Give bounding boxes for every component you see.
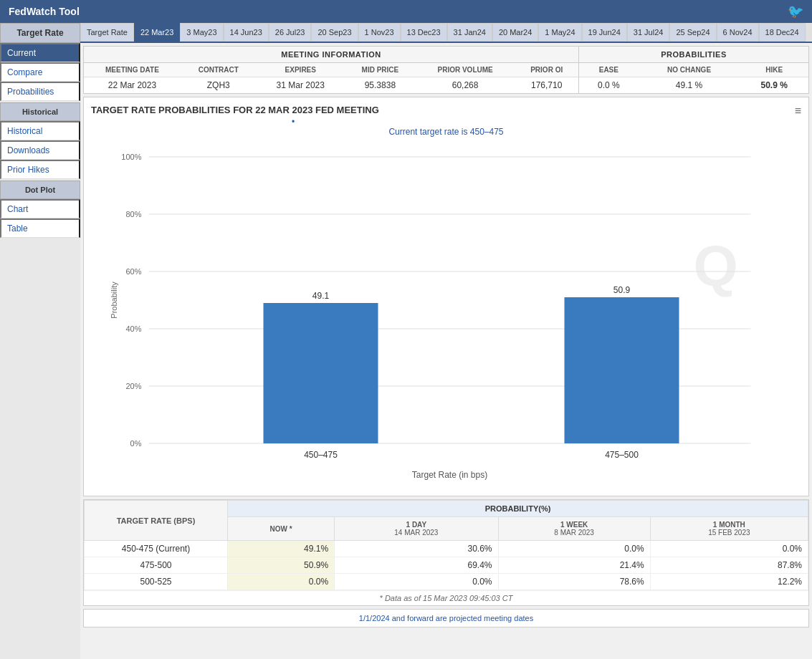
svg-text:60%: 60%: [125, 267, 141, 276]
col-expires: EXPIRES: [257, 63, 345, 77]
svg-text:80%: 80%: [125, 210, 141, 218]
bottom-table-section: TARGET RATE (BPS) PROBABILITY(%) NOW * 1…: [83, 499, 809, 606]
sidebar-item-downloads[interactable]: Downloads: [0, 140, 80, 160]
tab-25sep24[interactable]: 25 Sep24: [669, 23, 716, 42]
tabs-bar: Target Rate 22 Mar23 3 May23 14 Jun23 26…: [80, 23, 812, 43]
tab-13dec23[interactable]: 13 Dec23: [401, 23, 447, 42]
chart-subtitle: Current target rate is 450–475: [91, 127, 801, 137]
day1-450-475: 30.6%: [335, 541, 498, 557]
sidebar-item-prior-hikes[interactable]: Prior Hikes: [0, 160, 80, 179]
svg-text:20%: 20%: [125, 382, 141, 390]
app-title: FedWatch Tool: [9, 6, 80, 17]
chart-dot: •: [292, 117, 295, 127]
table-row: 475-500 50.9% 69.4% 21.4% 87.8%: [85, 557, 808, 574]
month1-500-525: 12.2%: [650, 574, 808, 590]
tab-1may24[interactable]: 1 May24: [538, 23, 581, 42]
x-label-450-475: 450–475: [304, 450, 338, 460]
now-450-475: 49.1%: [228, 541, 335, 557]
probabilities-panel: PROBABILITIES EASE NO CHANGE HIKE 0.0 % …: [579, 47, 808, 93]
col-target-rate-header: TARGET RATE (BPS): [85, 501, 228, 541]
x-axis-label: Target Rate (in bps): [412, 470, 487, 480]
sidebar-item-compare[interactable]: Compare: [0, 62, 80, 82]
month1-475-500: 87.8%: [650, 557, 808, 574]
col-no-change: NO CHANGE: [639, 63, 740, 77]
cell-meeting-date: 22 Mar 2023: [84, 77, 181, 94]
tab-31jan24[interactable]: 31 Jan24: [447, 23, 492, 42]
col-hike: HIKE: [740, 63, 808, 77]
col-1week-header: 1 WEEK8 MAR 2023: [498, 517, 650, 541]
col-meeting-date: MEETING DATE: [84, 63, 181, 77]
bar-475-500: [565, 297, 679, 443]
tab-target-rate[interactable]: Target Rate: [80, 23, 134, 42]
bar-label-450-475: 49.1: [312, 291, 330, 301]
tab-18dec24[interactable]: 18 Dec24: [759, 23, 806, 42]
rate-475-500: 475-500: [85, 557, 228, 574]
x-label-475-500: 475–500: [605, 450, 639, 460]
month1-450-475: 0.0%: [650, 541, 808, 557]
target-rate-btn[interactable]: Target Rate: [0, 23, 80, 43]
day1-500-525: 0.0%: [335, 574, 498, 590]
watermark: Q: [694, 234, 738, 298]
chart-menu-icon[interactable]: ≡: [795, 105, 801, 117]
cell-ease: 0.0 %: [579, 77, 639, 94]
prob-table: EASE NO CHANGE HIKE 0.0 % 49.1 % 50.9 %: [579, 63, 808, 93]
tab-22mar23[interactable]: 22 Mar23: [134, 23, 180, 42]
sidebar-item-probabilities[interactable]: Probabilities: [0, 82, 80, 101]
cell-prior-oi: 176,710: [515, 77, 578, 94]
now-475-500: 50.9%: [228, 557, 335, 574]
rate-500-525: 500-525: [85, 574, 228, 590]
col-prior-volume: PRIOR VOLUME: [416, 63, 515, 77]
svg-text:40%: 40%: [125, 324, 141, 333]
bottom-table: TARGET RATE (BPS) PROBABILITY(%) NOW * 1…: [84, 500, 808, 590]
cell-no-change: 49.1 %: [639, 77, 740, 94]
bar-label-475-500: 50.9: [613, 285, 631, 295]
chart-section: TARGET RATE PROBABILITIES FOR 22 MAR 202…: [83, 97, 809, 496]
meeting-info-header: MEETING INFORMATION: [84, 47, 578, 63]
meeting-info-row: 22 Mar 2023 ZQH3 31 Mar 2023 95.3838 60,…: [84, 77, 578, 94]
tab-1nov23[interactable]: 1 Nov23: [358, 23, 401, 42]
week1-450-475: 0.0%: [498, 541, 650, 557]
cell-prior-volume: 60,268: [416, 77, 515, 94]
dot-plot-group-label: Dot Plot: [0, 181, 80, 199]
bar-chart: Q 100% 80% 60% 40% 20% 0% Probability: [91, 143, 801, 486]
col-ease: EASE: [579, 63, 639, 77]
sidebar-item-chart[interactable]: Chart: [0, 199, 80, 218]
col-contract: CONTRACT: [181, 63, 257, 77]
svg-text:100%: 100%: [121, 153, 141, 161]
twitter-icon[interactable]: 🐦: [788, 4, 803, 19]
col-1month-header: 1 MONTH15 FEB 2023: [650, 517, 808, 541]
tab-20mar24[interactable]: 20 Mar24: [492, 23, 538, 42]
content-area: Target Rate 22 Mar23 3 May23 14 Jun23 26…: [80, 23, 812, 659]
chart-title: TARGET RATE PROBABILITIES FOR 22 MAR 202…: [91, 105, 801, 115]
tab-3may23[interactable]: 3 May23: [180, 23, 223, 42]
col-1day-header: 1 DAY14 MAR 2023: [335, 517, 498, 541]
bar-450-475: [264, 303, 378, 443]
svg-text:0%: 0%: [130, 439, 142, 448]
tab-14jun23[interactable]: 14 Jun23: [224, 23, 269, 42]
cell-hike: 50.9 %: [740, 77, 808, 94]
meeting-info-table: MEETING DATE CONTRACT EXPIRES MID PRICE …: [84, 63, 578, 93]
sidebar-item-historical[interactable]: Historical: [0, 121, 80, 140]
table-footnote: * Data as of 15 Mar 2023 09:45:03 CT: [84, 590, 808, 605]
tab-31jul24[interactable]: 31 Jul24: [627, 23, 670, 42]
tab-20sep23[interactable]: 20 Sep23: [311, 23, 358, 42]
info-panel: MEETING INFORMATION MEETING DATE CONTRAC…: [83, 46, 809, 94]
tab-6nov24[interactable]: 6 Nov24: [717, 23, 759, 42]
week1-500-525: 78.6%: [498, 574, 650, 590]
table-row: 450-475 (Current) 49.1% 30.6% 0.0% 0.0%: [85, 541, 808, 557]
main-layout: Target Rate Current Compare Probabilitie…: [0, 23, 812, 659]
sidebar-item-current[interactable]: Current: [0, 43, 80, 62]
rate-450-475: 450-475 (Current): [85, 541, 228, 557]
week1-475-500: 21.4%: [498, 557, 650, 574]
now-500-525: 0.0%: [228, 574, 335, 590]
cell-expires: 31 Mar 2023: [257, 77, 345, 94]
prob-values-row: 0.0 % 49.1 % 50.9 %: [579, 77, 808, 94]
tab-19jun24[interactable]: 19 Jun24: [582, 23, 627, 42]
sidebar-item-table[interactable]: Table: [0, 218, 80, 238]
tab-26jul23[interactable]: 26 Jul23: [269, 23, 312, 42]
col-now-header: NOW *: [228, 517, 335, 541]
meeting-info: MEETING INFORMATION MEETING DATE CONTRAC…: [84, 47, 579, 93]
historical-group-label: Historical: [0, 102, 80, 121]
col-prior-oi: PRIOR OI: [515, 63, 578, 77]
col-mid-price: MID PRICE: [345, 63, 416, 77]
